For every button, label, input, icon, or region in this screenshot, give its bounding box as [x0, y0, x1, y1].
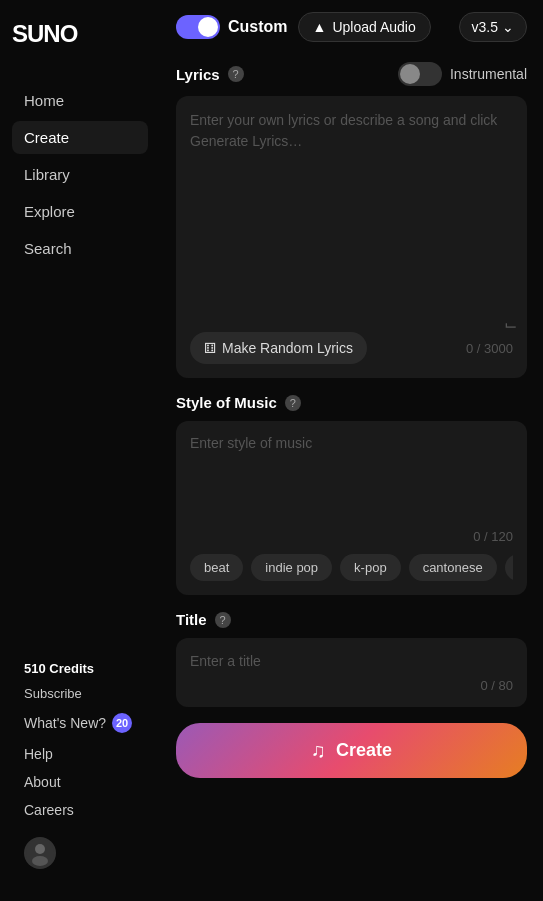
instrumental-toggle-container: Instrumental	[398, 62, 527, 86]
lyrics-char-count: 0 / 3000	[466, 341, 513, 356]
sidebar-item-home[interactable]: Home	[12, 84, 148, 117]
lyrics-header: Lyrics ? Instrumental	[176, 62, 527, 86]
logo: SUNO	[12, 16, 148, 52]
sidebar-item-explore[interactable]: Explore	[12, 195, 148, 228]
tag-ma[interactable]: ma	[505, 554, 513, 581]
resize-handle-icon: ⌙	[504, 315, 517, 334]
style-box: 0 / 120 beat indie pop k-pop cantonese m…	[176, 421, 527, 595]
title-section: Title ? 0 / 80	[176, 611, 527, 707]
title-label: Title	[176, 611, 207, 628]
style-tags: beat indie pop k-pop cantonese ma	[190, 554, 513, 581]
nav-links: Home Create Library Explore Search	[12, 84, 148, 657]
sidebar-item-library[interactable]: Library	[12, 158, 148, 191]
custom-label: Custom	[228, 18, 288, 36]
lyrics-title: Lyrics	[176, 66, 220, 83]
instrumental-toggle-knob	[400, 64, 420, 84]
upload-label: Upload Audio	[332, 19, 415, 35]
lyrics-footer: ⚅ Make Random Lyrics 0 / 3000	[190, 332, 513, 364]
svg-point-1	[35, 844, 45, 854]
title-header: Title ?	[176, 611, 527, 628]
title-footer: 0 / 80	[190, 678, 513, 693]
sidebar-item-search[interactable]: Search	[12, 232, 148, 265]
whats-new-badge: 20	[112, 713, 132, 733]
upload-icon: ▲	[313, 19, 327, 35]
instrumental-toggle[interactable]	[398, 62, 442, 86]
instrumental-label: Instrumental	[450, 66, 527, 82]
whats-new-label: What's New?	[24, 715, 106, 731]
version-label: v3.5	[472, 19, 498, 35]
lyrics-box: ⌙ ⚅ Make Random Lyrics 0 / 3000	[176, 96, 527, 378]
sidebar-item-create[interactable]: Create	[12, 121, 148, 154]
lyrics-help-icon[interactable]: ?	[228, 66, 244, 82]
svg-point-2	[32, 856, 48, 866]
style-help-icon[interactable]: ?	[285, 395, 301, 411]
sidebar: SUNO Home Create Library Explore Search …	[0, 0, 160, 901]
tag-kpop[interactable]: k-pop	[340, 554, 401, 581]
title-input[interactable]	[190, 653, 513, 669]
custom-toggle-container: Custom	[176, 15, 288, 39]
main-content: Custom ▲ Upload Audio v3.5 ⌄ Lyrics ? In…	[160, 0, 543, 901]
toggle-knob	[198, 17, 218, 37]
top-bar: Custom ▲ Upload Audio v3.5 ⌄	[176, 12, 527, 42]
whats-new-item[interactable]: What's New? 20	[12, 707, 148, 739]
sidebar-bottom: 510 Credits Subscribe What's New? 20 Hel…	[12, 657, 148, 885]
tag-cantonese[interactable]: cantonese	[409, 554, 497, 581]
chevron-down-icon: ⌄	[502, 19, 514, 35]
version-selector[interactable]: v3.5 ⌄	[459, 12, 527, 42]
sidebar-item-careers[interactable]: Careers	[12, 797, 148, 823]
sidebar-item-help[interactable]: Help	[12, 741, 148, 767]
tag-indie-pop[interactable]: indie pop	[251, 554, 332, 581]
style-char-count: 0 / 120	[473, 529, 513, 544]
title-help-icon[interactable]: ?	[215, 612, 231, 628]
credits-label: 510 Credits	[12, 657, 148, 680]
sidebar-item-about[interactable]: About	[12, 769, 148, 795]
style-title: Style of Music	[176, 394, 277, 411]
music-note-icon: ♫	[311, 739, 326, 762]
custom-toggle[interactable]	[176, 15, 220, 39]
random-lyrics-label: Make Random Lyrics	[222, 340, 353, 356]
upload-audio-button[interactable]: ▲ Upload Audio	[298, 12, 431, 42]
lyrics-section: Lyrics ? Instrumental ⌙ ⚅ Make Random Ly…	[176, 62, 527, 378]
tag-beat[interactable]: beat	[190, 554, 243, 581]
avatar	[24, 837, 56, 869]
avatar-area[interactable]	[12, 829, 148, 877]
style-header: Style of Music ?	[176, 394, 527, 411]
dice-icon: ⚅	[204, 340, 216, 356]
style-textarea[interactable]	[190, 435, 513, 525]
create-button[interactable]: ♫ Create	[176, 723, 527, 778]
style-footer: 0 / 120	[190, 529, 513, 544]
lyrics-textarea[interactable]	[190, 110, 513, 320]
style-section: Style of Music ? 0 / 120 beat indie pop …	[176, 394, 527, 595]
title-char-count: 0 / 80	[480, 678, 513, 693]
subscribe-button[interactable]: Subscribe	[12, 682, 148, 705]
create-label: Create	[336, 740, 392, 761]
random-lyrics-button[interactable]: ⚅ Make Random Lyrics	[190, 332, 367, 364]
title-box: 0 / 80	[176, 638, 527, 707]
